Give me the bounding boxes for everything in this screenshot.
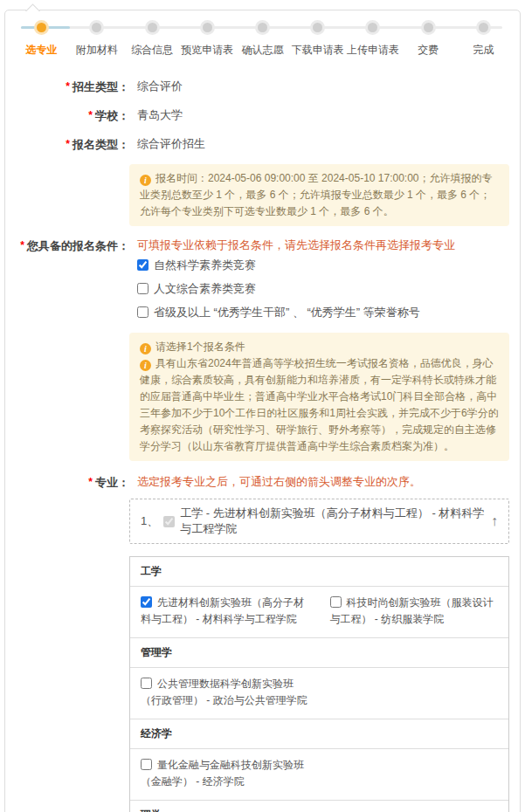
school-value: 青岛大学 — [129, 107, 183, 124]
condition-checkbox[interactable] — [137, 306, 149, 318]
major-checkbox[interactable] — [330, 596, 342, 608]
time-notice-text: 报名时间：2024-05-06 09:00:00 至 2024-05-10 17… — [140, 172, 493, 217]
step-dot-icon — [203, 23, 212, 32]
notice-line-text: 请选择1个报名条件 — [155, 341, 245, 353]
major-category-header: 理学 — [130, 800, 508, 812]
notice-line-text: 具有山东省2024年普通高等学校招生统一考试报名资格，品德优良，身心健康，综合素… — [140, 357, 499, 452]
major-hint: 选定报考专业之后，可通过右侧的箭头调整专业的次序。 — [129, 473, 421, 491]
conditions-row: *您具备的报名条件： 可填报专业依赖于报名条件，请先选择报名条件再选择报考专业 … — [5, 237, 520, 327]
major-category-header: 工学 — [130, 557, 508, 586]
required-mark: * — [88, 109, 93, 121]
major-checkbox[interactable] — [141, 678, 152, 689]
info-icon: i — [140, 360, 151, 371]
stepper-step: 预览申请表 — [180, 22, 235, 58]
recruit-type-label: *招生类型： — [5, 78, 129, 96]
major-category-header: 管理学 — [130, 637, 508, 667]
required-mark: * — [88, 476, 93, 488]
major-option[interactable]: 科技时尚创新实验班（服装设计与工程） - 纺织服装学院 — [320, 590, 509, 632]
step-dot-icon — [479, 23, 488, 32]
major-option-label: 量化金融与金融科技创新实验班（金融学） - 经济学院 — [141, 759, 304, 788]
condition-option[interactable]: 省级及以上 “优秀学生干部” 、 “优秀学生” 等荣誉称号 — [137, 304, 520, 321]
stepper-steps: 选专业附加材料综合信息预览申请表确认志愿下载申请表上传申请表交费完成 — [14, 22, 511, 58]
major-option[interactable]: 公共管理数据科学创新实验班（行政管理） - 政治与公共管理学院 — [130, 671, 320, 713]
application-form: *招生类型： 综合评价 *学校： 青岛大学 *报名类型： 综合评价招生 i报名时… — [5, 78, 520, 812]
progress-stepper: 选专业附加材料综合信息预览申请表确认志愿下载申请表上传申请表交费完成 — [5, 10, 520, 58]
condition-option-label: 省级及以上 “优秀学生干部” 、 “优秀学生” 等荣誉称号 — [154, 306, 420, 319]
stepper-step: 选专业 — [14, 22, 69, 58]
info-icon: i — [140, 343, 151, 354]
stepper-step: 交费 — [401, 22, 456, 58]
up-arrow-icon[interactable]: ↑ — [491, 514, 498, 528]
selected-major-item: 1、工学 - 先进材料创新实验班（高分子材料与工程） - 材料科学与工程学院↑ — [129, 499, 509, 544]
selected-major-list: 1、工学 - 先进材料创新实验班（高分子材料与工程） - 材料科学与工程学院↑ — [129, 499, 509, 544]
step-label: 交费 — [401, 43, 456, 58]
conditions-label: *您具备的报名条件： — [5, 237, 129, 255]
condition-option-label: 自然科学素养类竞赛 — [154, 258, 256, 272]
field-row-recruit-type: *招生类型： 综合评价 — [5, 78, 520, 96]
stepper-step: 完成 — [456, 22, 511, 58]
application-wizard-panel: 选专业附加材料综合信息预览申请表确认志愿下载申请表上传申请表交费完成 *招生类型… — [4, 10, 521, 812]
major-option-label: 先进材料创新实验班（高分子材料与工程） - 材料科学与工程学院 — [141, 596, 304, 625]
step-dot-icon — [92, 23, 101, 32]
major-category-header: 经济学 — [130, 719, 508, 748]
step-label: 附加材料 — [69, 43, 124, 58]
notice-line: i请选择1个报名条件 — [140, 339, 499, 355]
major-option[interactable]: 先进材料创新实验班（高分子材料与工程） - 材料科学与工程学院 — [130, 590, 320, 632]
required-mark: * — [20, 239, 24, 251]
step-label: 选专业 — [14, 43, 69, 58]
step-label: 下载申请表 — [290, 43, 345, 58]
step-label: 完成 — [456, 43, 511, 58]
conditions-hint: 可填报专业依赖于报名条件，请先选择报名条件再选择报考专业 — [137, 237, 520, 254]
stepper-step: 综合信息 — [124, 22, 179, 58]
field-row-apply-type: *报名类型： 综合评价招生 — [5, 135, 520, 154]
stepper-step: 上传申请表 — [345, 22, 400, 58]
step-label: 确认志愿 — [235, 43, 290, 58]
major-table: 工学先进材料创新实验班（高分子材料与工程） - 材料科学与工程学院科技时尚创新实… — [129, 556, 509, 812]
time-notice: i报名时间：2024-05-06 09:00:00 至 2024-05-10 1… — [129, 164, 509, 226]
major-category-items: 量化金融与金融科技创新实验班（金融学） - 经济学院 — [130, 748, 508, 800]
major-row: *专业： 选定报考专业之后，可通过右侧的箭头调整专业的次序。 — [5, 473, 520, 492]
info-icon: i — [140, 175, 151, 186]
required-mark: * — [66, 80, 70, 93]
apply-type-value: 综合评价招生 — [129, 135, 205, 153]
conditions-notice: i请选择1个报名条件i具有山东省2024年普通高等学校招生统一考试报名资格，品德… — [129, 333, 509, 461]
stepper-step: 确认志愿 — [235, 22, 290, 58]
major-label: *专业： — [5, 473, 129, 492]
step-label: 预览申请表 — [180, 43, 235, 58]
selected-major-text: 工学 - 先进材料创新实验班（高分子材料与工程） - 材料科学与工程学院 — [180, 506, 491, 537]
notice-line: i具有山东省2024年普通高等学校招生统一考试报名资格，品德优良，身心健康，综合… — [140, 355, 499, 455]
major-checkbox[interactable] — [141, 596, 152, 608]
step-dot-icon — [424, 23, 433, 32]
major-option-label: 科技时尚创新实验班（服装设计与工程） - 纺织服装学院 — [330, 596, 494, 625]
step-dot-icon — [258, 23, 267, 32]
condition-option-label: 人文综合素养类竞赛 — [154, 282, 256, 295]
condition-option[interactable]: 人文综合素养类竞赛 — [137, 280, 520, 298]
major-option-label: 公共管理数据科学创新实验班（行政管理） - 政治与公共管理学院 — [141, 678, 307, 706]
condition-checkbox[interactable] — [137, 283, 149, 294]
school-label: *学校： — [5, 107, 129, 125]
apply-type-label: *报名类型： — [5, 135, 129, 154]
major-category-items: 先进材料创新实验班（高分子材料与工程） - 材料科学与工程学院科技时尚创新实验班… — [130, 586, 508, 637]
condition-options: 自然科学素养类竞赛人文综合素养类竞赛省级及以上 “优秀学生干部” 、 “优秀学生… — [137, 257, 520, 321]
required-mark: * — [66, 138, 70, 150]
step-label: 上传申请表 — [345, 43, 400, 58]
major-option[interactable]: 量化金融与金融科技创新实验班（金融学） - 经济学院 — [130, 753, 320, 795]
stepper-step: 下载申请表 — [290, 22, 345, 58]
step-dot-icon — [37, 23, 46, 32]
condition-checkbox[interactable] — [137, 259, 149, 271]
step-dot-icon — [368, 23, 377, 32]
stepper-step: 附加材料 — [69, 22, 124, 58]
major-checkbox[interactable] — [141, 759, 152, 770]
step-dot-icon — [148, 23, 157, 32]
condition-option[interactable]: 自然科学素养类竞赛 — [137, 257, 520, 274]
selected-major-checkbox — [163, 516, 175, 527]
field-row-school: *学校： 青岛大学 — [5, 107, 520, 125]
step-dot-icon — [313, 23, 322, 32]
selected-major-index: 1、 — [141, 513, 158, 529]
recruit-type-value: 综合评价 — [129, 78, 183, 95]
step-label: 综合信息 — [124, 43, 179, 58]
major-category-items: 公共管理数据科学创新实验班（行政管理） - 政治与公共管理学院 — [130, 667, 508, 719]
